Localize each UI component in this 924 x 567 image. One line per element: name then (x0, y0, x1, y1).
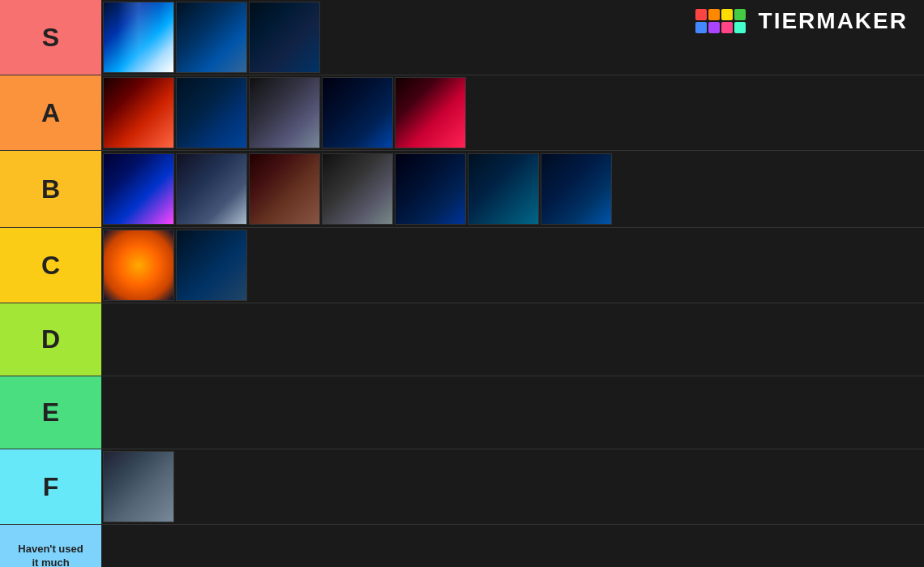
list-item[interactable] (103, 451, 174, 522)
weapon-image (250, 2, 319, 72)
tier-label-e: E (0, 376, 101, 449)
tier-items-f (101, 449, 924, 524)
weapon-image (104, 154, 173, 224)
list-item[interactable] (395, 153, 466, 225)
list-item[interactable] (103, 153, 174, 225)
tier-row-a: A (0, 75, 924, 151)
tier-items-c (101, 228, 924, 303)
tier-items-unused (101, 525, 924, 567)
weapon-image (468, 154, 538, 224)
tier-label-d: D (0, 303, 101, 376)
list-item[interactable] (249, 77, 320, 148)
list-item[interactable] (322, 153, 393, 225)
logo-cell (734, 9, 746, 20)
list-item[interactable] (468, 153, 539, 225)
weapon-image (177, 154, 246, 224)
list-item[interactable] (176, 153, 247, 225)
tier-row-c: C (0, 228, 924, 303)
tier-label-s: S (0, 0, 101, 75)
list-item[interactable] (103, 230, 174, 301)
weapon-image (323, 78, 392, 148)
tier-label-f: F (0, 449, 101, 524)
logo-cell (721, 22, 733, 33)
tier-row-unused: Haven't usedit much (0, 525, 924, 567)
list-item[interactable] (103, 77, 174, 148)
weapon-image (250, 154, 319, 224)
tiermaker-title: TiERMAKER (759, 8, 908, 34)
list-item[interactable] (176, 2, 247, 73)
weapon-image (541, 154, 611, 224)
logo-cell (721, 9, 733, 20)
weapon-image (104, 2, 173, 72)
list-item[interactable] (103, 2, 174, 73)
tier-row-d: D (0, 303, 924, 376)
list-item[interactable] (322, 77, 393, 148)
list-item[interactable] (395, 77, 466, 148)
tiermaker-header: TiERMAKER (695, 8, 908, 34)
tier-items-e (101, 376, 924, 449)
tier-items-a (101, 75, 924, 150)
weapon-image (177, 2, 246, 72)
weapon-image (396, 154, 465, 224)
logo-cell (695, 9, 707, 20)
weapon-image (323, 154, 392, 224)
weapon-image (250, 78, 319, 148)
list-item[interactable] (541, 153, 612, 225)
logo-cell (708, 9, 720, 20)
tier-row-e: E (0, 376, 924, 449)
tier-items-d (101, 303, 924, 376)
tiermaker-logo-grid (695, 9, 746, 33)
tier-list: S A B C (0, 0, 924, 567)
weapon-image (104, 452, 173, 522)
weapon-image (396, 78, 465, 148)
list-item[interactable] (176, 77, 247, 148)
list-item[interactable] (176, 230, 247, 301)
weapon-image (177, 230, 246, 300)
tier-label-b: B (0, 151, 101, 227)
tier-row-f: F (0, 449, 924, 525)
list-item[interactable] (249, 2, 320, 73)
tier-label-c: C (0, 228, 101, 303)
tier-label-unused: Haven't usedit much (0, 525, 101, 567)
tier-items-b (101, 151, 924, 227)
logo-cell (708, 22, 720, 33)
weapon-image (104, 230, 173, 300)
weapon-image (104, 78, 173, 148)
tier-row-b: B (0, 151, 924, 228)
logo-cell (695, 22, 707, 33)
logo-cell (734, 22, 746, 33)
weapon-image (177, 78, 246, 148)
tier-label-a: A (0, 75, 101, 150)
list-item[interactable] (249, 153, 320, 225)
